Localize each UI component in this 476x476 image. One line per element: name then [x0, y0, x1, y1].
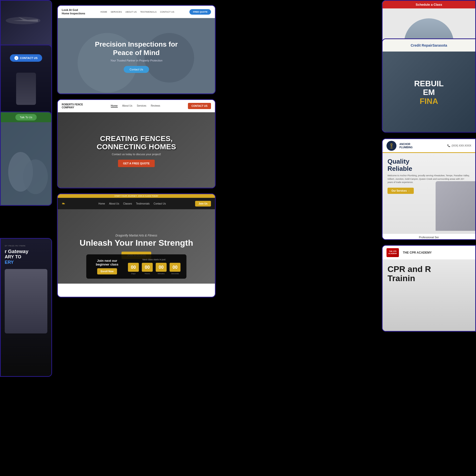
hic-hero-subtitle: Your Trusted Partner in Property Protect…	[110, 59, 162, 62]
ma-timer-group: 00 Days 00 Hours 00 Minutes 00 Seconds	[128, 263, 180, 275]
ma-days-timer: 00 Days	[128, 263, 139, 275]
ap-phone: 📞 (XXX) XXX-XXXX	[447, 144, 471, 147]
hic-nav-about[interactable]: ABOUT US	[125, 11, 137, 13]
card-left-airplane	[0, 0, 52, 52]
ma-hero-subtitle: Dragonfly Martial Arts & Fitness	[116, 234, 157, 237]
ap-header: ANCHOR PLUMBING 📞 (XXX) XXX-XXXX	[383, 139, 475, 153]
rv-ary-heading: ARY TO	[5, 254, 47, 260]
ma-days-label: Days	[131, 272, 136, 275]
cpr-logo-image: THE CPR ACADEMY	[387, 248, 399, 257]
rfc-hero-title: CREATING FENCES, CONNECTING HOMES	[97, 134, 176, 151]
hic-hero: Precision Inspections for Peace of Mind …	[58, 18, 215, 94]
hic-nav-testimonials[interactable]: TESTIMONIALS	[140, 11, 156, 13]
cr-hero: REBUIL EM FINA	[383, 52, 475, 133]
rfc-logo: ROBERTS FENCE COMPANY	[62, 103, 83, 109]
ma-nav-links: Home About Us Classes Testimonials Conta…	[69, 202, 195, 205]
cr-logo: Credit RepairSarasota	[411, 43, 447, 47]
rv-gateway-heading: r Gateway	[5, 248, 47, 254]
rfc-nav-services[interactable]: Services	[137, 104, 146, 108]
schedule-header: Schedule a Class	[383, 1, 475, 8]
phone-icon: 📞	[447, 144, 450, 147]
ma-nav-about[interactable]: About Us	[109, 202, 119, 205]
ma-countdown-text-group: Join next our beginner class Enroll Now	[92, 259, 122, 274]
hic-hero-title: Precision Inspections for Peace of Mind	[87, 40, 186, 57]
contact-us-button[interactable]: › CONTACT US	[10, 54, 42, 62]
talk-to-us-button[interactable]: Talk To Us	[15, 114, 37, 120]
cr-header: Credit RepairSarasota	[383, 39, 475, 52]
arrow-right-icon: ›	[14, 56, 18, 60]
card-roberts-fence: ROBERTS FENCE COMPANY Home About Us Serv…	[57, 99, 216, 188]
ma-join-button[interactable]: Join Us	[195, 201, 211, 207]
cpr-logo-text-small: THE CPR ACADEMY	[388, 250, 397, 255]
airplane-icon	[3, 11, 43, 30]
ap-logo-text: ANCHOR PLUMBING	[399, 143, 413, 149]
ap-services-button[interactable]: Our Services →	[387, 188, 414, 194]
ma-minutes-box: 00	[156, 263, 167, 272]
ma-nav-contact[interactable]: Contact Us	[153, 202, 166, 205]
cpr-academy-label: THE CPR ACADEMY	[403, 251, 432, 254]
ma-hours-timer: 00 Hours	[142, 263, 153, 275]
card-anchor-plumbing: ANCHOR PLUMBING 📞 (XXX) XXX-XXXX Quality…	[382, 138, 476, 240]
ap-phone-number: (XXX) XXX-XXXX	[452, 144, 471, 147]
hic-quote-button[interactable]: FREE QUOTE	[189, 9, 211, 15]
green-bar: Talk To Us	[1, 112, 51, 122]
rfc-nav-about[interactable]: About Us	[122, 104, 132, 108]
ma-days-box: 00	[128, 263, 139, 272]
svg-point-6	[391, 144, 392, 145]
ma-nav-testimonials[interactable]: Testimonials	[136, 202, 149, 205]
ma-hero-title: Unleash Your Inner Strength	[80, 238, 193, 247]
ma-next-class-group: Next class starts in just: 00 Days 00 Ho…	[128, 258, 180, 275]
anchor-icon	[388, 142, 395, 149]
ma-seconds-box: 00	[170, 263, 180, 272]
cr-logo-text: Credit Repair	[411, 43, 432, 47]
rfc-contact-button[interactable]: CONTACT US	[188, 103, 211, 109]
card-home-inspection: Look At God Home Inspections HOME SERVIC…	[57, 5, 216, 94]
handshake-icon	[1, 122, 52, 206]
hic-nav-contact[interactable]: CONTACT US	[160, 11, 174, 13]
ma-enroll-button[interactable]: Enroll Now	[97, 268, 117, 274]
cpr-hero-title: CPR and R Trainin	[387, 265, 431, 283]
rfc-nav-reviews[interactable]: Reviews	[151, 104, 160, 108]
contact-us-label: CONTACT US	[20, 57, 37, 60]
hic-nav-links: HOME SERVICES ABOUT US TESTIMONIALS CONT…	[88, 11, 187, 13]
card-credit-repair: Credit RepairSarasota REBUIL EM FINA	[382, 38, 476, 133]
rv-ery-heading: ERY	[5, 260, 47, 265]
rv-content: ST PASS RV PARK r Gateway ARY TO ERY	[1, 239, 51, 376]
hic-logo: Look At God Home Inspections	[62, 8, 85, 15]
ma-seconds-timer: 00 Seconds	[170, 263, 180, 275]
ma-minutes-label: Minutes	[158, 272, 165, 275]
ma-hours-box: 00	[142, 263, 153, 272]
hic-nav-home[interactable]: HOME	[100, 11, 107, 13]
cr-hero-line2: EM	[423, 88, 435, 97]
rfc-quote-button[interactable]: GET A FREE QUOTE	[118, 160, 154, 167]
rfc-hero-subtitle: Contact us today to discuss your project…	[112, 153, 161, 156]
rv-park-photo	[5, 269, 47, 333]
ap-quality-heading: Quality Reliable	[387, 158, 470, 172]
card-martial-arts: START YOUR JOURNEY: JOIN A CLASS TODAY ❧…	[57, 193, 216, 298]
person-silhouette	[16, 73, 36, 105]
left-top-content	[1, 1, 51, 51]
cr-hero-line1: REBUIL	[414, 79, 444, 88]
card-left-rv: ST PASS RV PARK r Gateway ARY TO ERY	[0, 238, 52, 377]
ma-join-heading: Join next our beginner class	[92, 259, 122, 266]
ma-nav-classes[interactable]: Classes	[123, 202, 132, 205]
ma-seconds-label: Seconds	[171, 272, 179, 275]
ma-nav-home[interactable]: Home	[98, 202, 105, 205]
hic-contact-button[interactable]: Contact Us	[124, 66, 149, 73]
ap-pipe-image	[436, 181, 475, 231]
svg-point-5	[23, 159, 48, 194]
ma-logo: ❧	[62, 201, 69, 206]
ma-minutes-timer: 00 Minutes	[156, 263, 167, 275]
cr-logo-brand: Sarasota	[432, 43, 447, 47]
card-cpr-academy: THE CPR ACADEMY THE CPR ACADEMY CPR and …	[382, 245, 476, 332]
ap-content: Quality Reliable Welcome to Anchor Plumb…	[383, 153, 475, 240]
rfc-nav-home[interactable]: Home	[111, 104, 118, 108]
rv-park-label: ST PASS RV PARK	[5, 245, 47, 247]
ma-hours-label: Hours	[145, 272, 150, 275]
hic-navbar: Look At God Home Inspections HOME SERVIC…	[58, 6, 215, 18]
ma-countdown-box: Join next our beginner class Enroll Now …	[86, 254, 186, 279]
rfc-navbar: ROBERTS FENCE COMPANY Home About Us Serv…	[58, 100, 215, 112]
hic-nav-services[interactable]: SERVICES	[111, 11, 122, 13]
ap-pro-services-bar: Professional Ser	[383, 234, 475, 240]
rfc-hero: CREATING FENCES, CONNECTING HOMES Contac…	[58, 112, 215, 188]
